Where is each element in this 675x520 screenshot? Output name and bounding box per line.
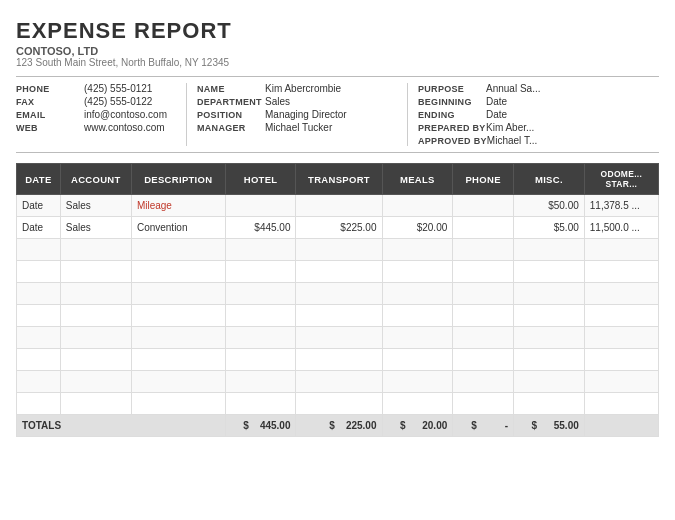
value-approved-by: Michael T... (487, 135, 537, 146)
label-position: POSITION (197, 110, 265, 120)
row2-hotel: $445.00 (225, 217, 296, 239)
value-phone: (425) 555-0121 (84, 83, 152, 94)
totals-hotel: $ 445.00 (225, 415, 296, 437)
info-row-purpose: PURPOSE Annual Sa... (418, 83, 659, 94)
value-prepared-by: Kim Aber... (486, 122, 534, 133)
col-header-transport: TRANSPORT (296, 164, 382, 195)
info-col-right: PURPOSE Annual Sa... BEGINNING Date ENDI… (418, 83, 659, 146)
info-row-approved-by: APPROVED BY Michael T... (418, 135, 659, 146)
value-purpose: Annual Sa... (486, 83, 540, 94)
company-name: CONTOSO, LTD (16, 45, 659, 57)
label-department: DEPARTMENT (197, 97, 265, 107)
row2-date: Date (17, 217, 61, 239)
totals-label: TOTALS (17, 415, 226, 437)
report-title-section: EXPENSE REPORT CONTOSO, LTD 123 South Ma… (16, 18, 659, 68)
info-row-phone: PHONE (425) 555-0121 (16, 83, 176, 94)
value-name: Kim Abercrombie (265, 83, 341, 94)
info-row-department: DEPARTMENT Sales (197, 96, 397, 107)
col-header-misc: MISC. (514, 164, 585, 195)
col-header-phone: PHONE (453, 164, 514, 195)
row2-description: Convention (131, 217, 225, 239)
label-name: NAME (197, 84, 265, 94)
info-col-left: PHONE (425) 555-0121 FAX (425) 555-0122 … (16, 83, 176, 146)
col-header-date: DATE (17, 164, 61, 195)
label-email: EMAIL (16, 110, 84, 120)
totals-odometer (584, 415, 658, 437)
info-row-manager: MANAGER Michael Tucker (197, 122, 397, 133)
table-row (17, 305, 659, 327)
info-row-ending: ENDING Date (418, 109, 659, 120)
col-header-odometer: ODOME...STAR... (584, 164, 658, 195)
col-header-account: ACCOUNT (60, 164, 131, 195)
page-container: EXPENSE REPORT CONTOSO, LTD 123 South Ma… (0, 0, 675, 447)
row1-misc: $50.00 (514, 195, 585, 217)
row2-odometer: 11,500.0 ... (584, 217, 658, 239)
row1-hotel (225, 195, 296, 217)
table-row (17, 283, 659, 305)
value-beginning: Date (486, 96, 507, 107)
company-address: 123 South Main Street, North Buffalo, NY… (16, 57, 659, 68)
info-row-fax: FAX (425) 555-0122 (16, 96, 176, 107)
row1-meals (382, 195, 453, 217)
info-row-beginning: BEGINNING Date (418, 96, 659, 107)
info-col-middle: NAME Kim Abercrombie DEPARTMENT Sales PO… (197, 83, 397, 146)
totals-row: TOTALS $ 445.00 $ 225.00 $ 20.00 $ - $ 5… (17, 415, 659, 437)
table-row (17, 239, 659, 261)
value-ending: Date (486, 109, 507, 120)
table-row (17, 349, 659, 371)
label-ending: ENDING (418, 110, 486, 120)
totals-transport: $ 225.00 (296, 415, 382, 437)
value-manager: Michael Tucker (265, 122, 332, 133)
info-row-prepared-by: PREPARED BY Kim Aber... (418, 122, 659, 133)
value-fax: (425) 555-0122 (84, 96, 152, 107)
totals-misc: $ 55.00 (514, 415, 585, 437)
info-row-web: WEB www.contoso.com (16, 122, 176, 133)
info-row-name: NAME Kim Abercrombie (197, 83, 397, 94)
label-web: WEB (16, 123, 84, 133)
label-manager: MANAGER (197, 123, 265, 133)
col-header-description: DESCRIPTION (131, 164, 225, 195)
row1-date: Date (17, 195, 61, 217)
divider-2 (407, 83, 408, 146)
table-row (17, 393, 659, 415)
report-title: EXPENSE REPORT (16, 18, 659, 44)
info-row-email: EMAIL info@contoso.com (16, 109, 176, 120)
label-prepared-by: PREPARED BY (418, 123, 486, 133)
label-purpose: PURPOSE (418, 84, 486, 94)
row2-phone (453, 217, 514, 239)
info-section: PHONE (425) 555-0121 FAX (425) 555-0122 … (16, 76, 659, 153)
row1-odometer: 11,378.5 ... (584, 195, 658, 217)
table-row (17, 371, 659, 393)
table-row: Date Sales Mileage $50.00 11,378.5 ... (17, 195, 659, 217)
table-row (17, 261, 659, 283)
divider-1 (186, 83, 187, 146)
totals-phone: $ - (453, 415, 514, 437)
col-header-hotel: HOTEL (225, 164, 296, 195)
row1-phone (453, 195, 514, 217)
expense-table: DATE ACCOUNT DESCRIPTION HOTEL TRANSPORT… (16, 163, 659, 437)
row2-transport: $225.00 (296, 217, 382, 239)
value-email: info@contoso.com (84, 109, 167, 120)
value-position: Managing Director (265, 109, 347, 120)
label-fax: FAX (16, 97, 84, 107)
table-row (17, 327, 659, 349)
row1-description: Mileage (131, 195, 225, 217)
row2-misc: $5.00 (514, 217, 585, 239)
row2-account: Sales (60, 217, 131, 239)
value-department: Sales (265, 96, 290, 107)
label-approved-by: APPROVED BY (418, 136, 487, 146)
row2-meals: $20.00 (382, 217, 453, 239)
row1-transport (296, 195, 382, 217)
label-phone: PHONE (16, 84, 84, 94)
row1-account: Sales (60, 195, 131, 217)
info-row-position: POSITION Managing Director (197, 109, 397, 120)
label-beginning: BEGINNING (418, 97, 486, 107)
col-header-meals: MEALS (382, 164, 453, 195)
table-header-row: DATE ACCOUNT DESCRIPTION HOTEL TRANSPORT… (17, 164, 659, 195)
totals-meals: $ 20.00 (382, 415, 453, 437)
value-web: www.contoso.com (84, 122, 165, 133)
table-row: Date Sales Convention $445.00 $225.00 $2… (17, 217, 659, 239)
